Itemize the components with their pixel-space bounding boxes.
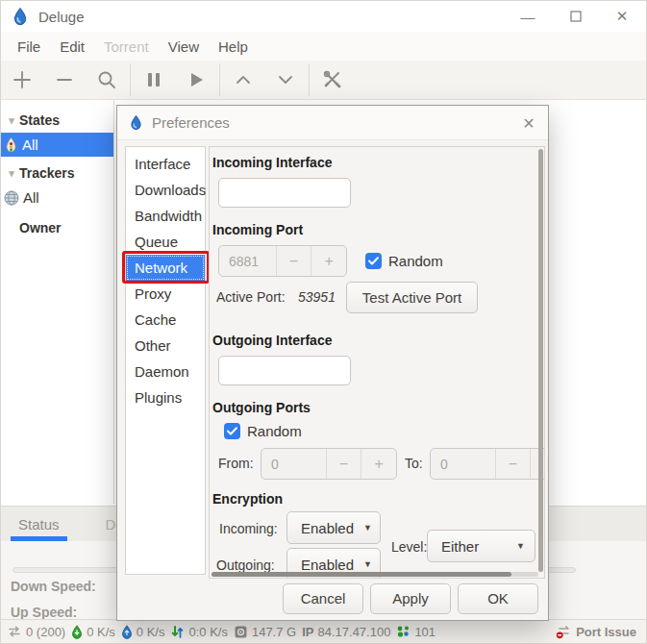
menu-torrent: Torrent — [94, 35, 159, 59]
chevron-down-icon: ▼ — [516, 541, 525, 551]
category-daemon[interactable]: Daemon — [126, 359, 205, 384]
pause-icon[interactable] — [133, 63, 175, 96]
download-speed-status[interactable]: 0 K/s — [71, 625, 115, 639]
close-button[interactable]: ✕ — [600, 1, 644, 32]
from-label: From: — [218, 456, 254, 471]
connections-value: 0 (200) — [26, 625, 65, 639]
to-label: To: — [405, 456, 423, 471]
incoming-random-checkbox-row[interactable]: Random — [365, 253, 443, 269]
sidebar-item-states-all[interactable]: All — [1, 133, 113, 157]
remove-torrent-icon[interactable] — [43, 63, 86, 96]
category-plugins[interactable]: Plugins — [126, 384, 205, 410]
category-queue[interactable]: Queue — [126, 229, 205, 255]
outgoing-ports-heading: Outgoing Ports — [212, 400, 311, 415]
queue-up-icon[interactable] — [222, 63, 264, 96]
dht-nodes-icon — [396, 625, 411, 638]
category-interface[interactable]: Interface — [126, 151, 205, 177]
encryption-outgoing-value: Enabled — [301, 557, 354, 573]
toolbar-separator — [130, 63, 131, 96]
upload-speed-status[interactable]: 0 K/s — [121, 625, 165, 639]
encryption-level-label: Level: — [391, 539, 427, 555]
menu-edit[interactable]: Edit — [50, 35, 94, 59]
test-active-port-button[interactable]: Test Active Port — [346, 282, 478, 313]
states-all-icon — [4, 136, 18, 153]
chevron-down-icon: ▼ — [363, 523, 372, 533]
decrement-icon[interactable]: − — [326, 449, 361, 479]
up-speed-label: Up Speed: — [11, 605, 77, 620]
free-space-status[interactable]: 147.7 G — [234, 625, 296, 639]
increment-icon[interactable]: + — [361, 449, 396, 479]
outgoing-interface-input[interactable] — [218, 356, 351, 385]
tab-status-label: Status — [18, 516, 60, 533]
decrement-icon[interactable]: − — [495, 449, 531, 479]
owner-header-label: Owner — [19, 220, 62, 235]
add-torrent-icon[interactable] — [1, 63, 43, 96]
down-speed-label: Down Speed: — [11, 579, 96, 594]
menu-help[interactable]: Help — [209, 35, 258, 59]
external-ip-status[interactable]: IP 84.17.47.100 — [302, 625, 390, 639]
to-port-spinner[interactable]: 0 − + — [430, 448, 545, 480]
dialog-close-icon[interactable]: ✕ — [510, 106, 548, 140]
apply-button[interactable]: Apply — [370, 583, 451, 614]
from-port-spinner[interactable]: 0 − + — [261, 448, 397, 480]
owner-section-header[interactable]: Owner — [1, 215, 113, 240]
outgoing-random-label: Random — [247, 423, 302, 439]
queue-down-icon[interactable] — [264, 63, 307, 96]
category-other[interactable]: Other — [126, 333, 205, 359]
toolbar — [1, 61, 646, 100]
encryption-level-value: Either — [441, 538, 479, 555]
port-issue-status[interactable]: Port Issue — [556, 625, 640, 639]
search-icon[interactable] — [86, 63, 128, 96]
encryption-incoming-dropdown[interactable]: Enabled ▼ — [286, 511, 381, 544]
decrement-icon[interactable]: − — [276, 246, 311, 276]
cancel-button[interactable]: Cancel — [283, 583, 363, 614]
vertical-scrollbar[interactable] — [538, 149, 543, 572]
port-issue-icon — [556, 625, 572, 639]
category-cache[interactable]: Cache — [126, 307, 205, 333]
active-port-value: 53951 — [298, 289, 336, 305]
increment-icon[interactable]: + — [311, 246, 346, 276]
toolbar-separator — [219, 63, 220, 96]
download-speed-value: 0 K/s — [87, 625, 115, 639]
incoming-port-spinner[interactable]: 6881 − + — [218, 245, 347, 277]
download-drop-icon — [71, 625, 83, 639]
resume-icon[interactable] — [175, 63, 217, 96]
menu-file[interactable]: File — [8, 35, 50, 59]
menu-view[interactable]: View — [159, 35, 209, 59]
incoming-interface-input[interactable] — [218, 178, 351, 208]
traffic-status[interactable]: 0:0 K/s — [170, 625, 227, 639]
checked-checkbox-icon[interactable] — [224, 423, 240, 439]
encryption-heading: Encryption — [212, 491, 283, 507]
chevron-down-icon: ▼ — [363, 559, 372, 569]
encryption-level-dropdown[interactable]: Either ▼ — [427, 530, 535, 562]
category-network[interactable]: Network — [126, 255, 205, 281]
dialog-title-bar: Preferences — [117, 106, 548, 140]
ip-label: IP — [302, 625, 313, 639]
encryption-outgoing-label: Outgoing: — [216, 557, 275, 573]
traffic-value: 0:0 K/s — [188, 625, 227, 639]
chevron-down-icon: ▾ — [4, 167, 19, 180]
outgoing-random-checkbox-row[interactable]: Random — [224, 423, 302, 439]
dht-nodes-status[interactable]: 101 — [396, 625, 435, 639]
preferences-tools-icon[interactable] — [311, 63, 354, 96]
traffic-arrows-icon — [170, 625, 185, 639]
category-downloads[interactable]: Downloads — [126, 177, 205, 203]
checked-checkbox-icon[interactable] — [365, 253, 382, 269]
sidebar-item-trackers-all[interactable]: All — [1, 186, 113, 210]
preferences-category-list: Interface Downloads Bandwidth Queue Netw… — [125, 146, 206, 575]
states-section-header[interactable]: ▾ States — [1, 108, 113, 133]
ok-button[interactable]: OK — [458, 583, 538, 614]
trackers-section-header[interactable]: ▾ Trackers — [1, 161, 113, 186]
category-proxy[interactable]: Proxy — [126, 281, 205, 307]
upload-drop-icon — [121, 625, 133, 639]
maximize-button[interactable] — [554, 1, 598, 32]
preferences-dialog: Preferences ✕ Interface Downloads Bandwi… — [116, 105, 549, 621]
to-port-value: 0 — [431, 449, 495, 479]
tab-status[interactable]: Status — [9, 516, 69, 541]
states-all-label: All — [22, 136, 38, 153]
connections-status[interactable]: 0 (200) — [7, 625, 65, 639]
minimize-button[interactable]: — — [506, 1, 550, 32]
category-bandwidth[interactable]: Bandwidth — [126, 203, 205, 229]
states-header-label: States — [19, 112, 60, 128]
upload-speed-value: 0 K/s — [137, 625, 165, 639]
